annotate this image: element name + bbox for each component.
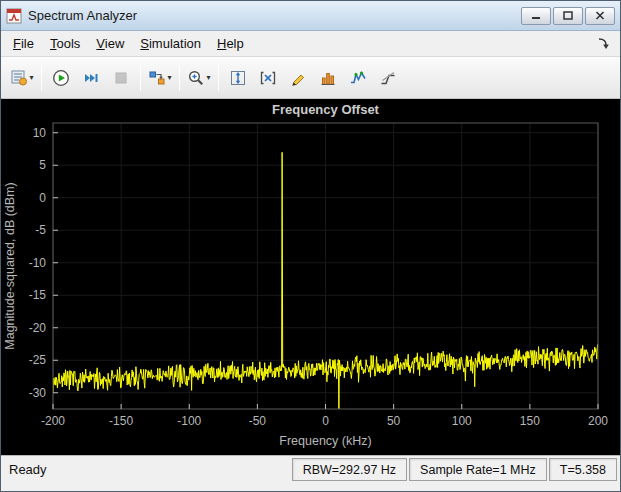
- status-bar: Ready RBW=292.97 Hz Sample Rate=1 MHz T=…: [1, 455, 620, 483]
- dock-arrow-icon: [596, 36, 610, 50]
- menu-bar: FileToolsViewSimulationHelp: [1, 31, 620, 57]
- menu-bar-items: FileToolsViewSimulationHelp: [5, 32, 252, 55]
- dropdown-arrow-icon: ▾: [29, 73, 33, 82]
- minimize-icon: [531, 11, 541, 20]
- svg-text:50: 50: [387, 414, 401, 428]
- close-button[interactable]: [585, 7, 615, 25]
- configuration-properties-button[interactable]: ▾: [8, 64, 36, 92]
- step-forward-button[interactable]: [77, 64, 105, 92]
- menu-item-file[interactable]: File: [5, 32, 42, 55]
- svg-text:Frequency (kHz): Frequency (kHz): [279, 434, 371, 448]
- svg-text:-25: -25: [29, 353, 47, 367]
- svg-text:-150: -150: [109, 414, 133, 428]
- menu-item-help[interactable]: Help: [209, 32, 252, 55]
- toolbar-separator: [41, 65, 42, 91]
- maximize-icon: [563, 11, 573, 20]
- svg-text:Frequency Offset: Frequency Offset: [272, 102, 380, 117]
- plot-area[interactable]: -200-150-100-500501001502001050-5-10-15-…: [1, 99, 620, 455]
- simulation-settings-icon: [148, 69, 166, 87]
- window-frame-bottom: [1, 483, 620, 491]
- run-button[interactable]: [47, 64, 75, 92]
- zoom-button[interactable]: ▾: [185, 64, 213, 92]
- toolbar-separator: [179, 65, 180, 91]
- simulation-settings-button[interactable]: ▾: [146, 64, 174, 92]
- dock-button[interactable]: [594, 34, 616, 53]
- close-icon: [595, 11, 605, 20]
- sample-rate-status: Sample Rate=1 MHz: [409, 458, 547, 481]
- svg-text:-50: -50: [249, 414, 267, 428]
- svg-text:0: 0: [322, 414, 329, 428]
- spectral-mask-button[interactable]: [374, 64, 402, 92]
- toolbar: ▾: [1, 57, 620, 99]
- stop-button[interactable]: [107, 64, 135, 92]
- spectrum-plot[interactable]: -200-150-100-500501001502001050-5-10-15-…: [1, 99, 620, 455]
- cursor-measurements-icon: [259, 69, 277, 87]
- menu-item-tools[interactable]: Tools: [42, 32, 88, 55]
- dropdown-arrow-icon: ▾: [167, 73, 171, 82]
- dropdown-arrow-icon: ▾: [206, 73, 210, 82]
- menu-item-view[interactable]: View: [88, 32, 132, 55]
- peak-finder-icon: [319, 69, 337, 87]
- status-ready: Ready: [1, 456, 291, 483]
- svg-text:-5: -5: [35, 223, 46, 237]
- scale-axes-icon: [229, 69, 247, 87]
- svg-text:0: 0: [39, 191, 46, 205]
- svg-text:150: 150: [520, 414, 540, 428]
- step-forward-icon: [82, 69, 100, 87]
- svg-text:100: 100: [452, 414, 472, 428]
- spectrum-analyzer-window: Spectrum Analyzer FileToolsViewSimulatio…: [0, 0, 621, 492]
- spectral-mask-icon: [379, 69, 397, 87]
- svg-text:5: 5: [39, 158, 46, 172]
- stop-icon: [112, 69, 130, 87]
- svg-text:-30: -30: [29, 386, 47, 400]
- run-icon: [52, 69, 70, 87]
- minimize-button[interactable]: [521, 7, 551, 25]
- signal-statistics-icon: [289, 69, 307, 87]
- svg-text:-20: -20: [29, 321, 47, 335]
- svg-text:Magnitude-squared, dB (dBm): Magnitude-squared, dB (dBm): [3, 182, 17, 349]
- maximize-button[interactable]: [553, 7, 583, 25]
- configuration-properties-icon: [10, 69, 28, 87]
- peak-finder-button[interactable]: [314, 64, 342, 92]
- rbw-status: RBW=292.97 Hz: [292, 458, 407, 481]
- svg-text:10: 10: [33, 126, 47, 140]
- distortion-measurements-icon: [349, 69, 367, 87]
- svg-text:-15: -15: [29, 288, 47, 302]
- app-icon: [6, 8, 22, 24]
- cursor-measurements-button[interactable]: [254, 64, 282, 92]
- toolbar-separator: [218, 65, 219, 91]
- svg-text:-10: -10: [29, 256, 47, 270]
- svg-text:-200: -200: [41, 414, 65, 428]
- toolbar-separator: [140, 65, 141, 91]
- menu-item-simulation[interactable]: Simulation: [132, 32, 209, 55]
- svg-text:-100: -100: [177, 414, 201, 428]
- svg-text:200: 200: [588, 414, 608, 428]
- title-bar: Spectrum Analyzer: [1, 1, 620, 31]
- scale-axes-button[interactable]: [224, 64, 252, 92]
- distortion-measurements-button[interactable]: [344, 64, 372, 92]
- zoom-icon: [187, 69, 205, 87]
- window-title: Spectrum Analyzer: [28, 8, 519, 23]
- time-status: T=5.358: [549, 458, 617, 481]
- window-controls: [519, 7, 615, 25]
- signal-statistics-button[interactable]: [284, 64, 312, 92]
